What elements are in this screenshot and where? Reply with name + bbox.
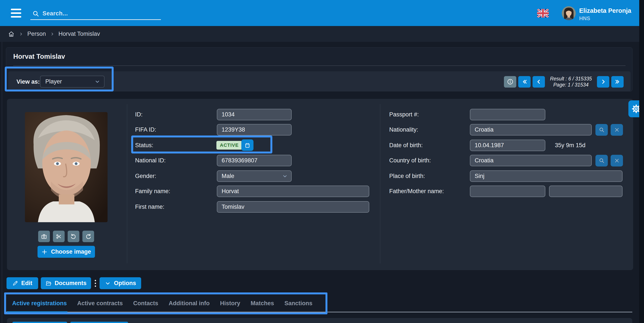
tab-history[interactable]: History bbox=[220, 300, 240, 307]
search-icon bbox=[598, 158, 605, 164]
family-name-field[interactable] bbox=[217, 186, 369, 197]
options-label: Options bbox=[114, 280, 136, 286]
global-search bbox=[30, 8, 161, 20]
scissors-icon bbox=[56, 234, 62, 240]
documents-label: Documents bbox=[55, 280, 86, 286]
status-badge: ACTIVE bbox=[216, 141, 242, 150]
toolbar: View as: Player Result : 6 / 315335 Page… bbox=[8, 71, 630, 92]
search-input[interactable] bbox=[42, 10, 146, 17]
user-avatar[interactable] bbox=[562, 6, 576, 20]
place-of-birth-field[interactable] bbox=[470, 170, 622, 182]
rotate-left-button[interactable] bbox=[68, 231, 79, 242]
tab-additional-info[interactable]: Additional info bbox=[169, 300, 210, 307]
fifa-id-field[interactable] bbox=[217, 124, 292, 136]
photo-toolbar bbox=[38, 231, 94, 242]
search-icon bbox=[598, 126, 605, 133]
nationality-search-button[interactable] bbox=[596, 124, 608, 136]
tab-active-contracts[interactable]: Active contracts bbox=[77, 300, 123, 307]
age-text: 35y 9m 15d bbox=[555, 142, 586, 149]
date-of-birth-label: Date of birth: bbox=[389, 142, 423, 149]
choose-image-label: Choose image bbox=[51, 248, 91, 255]
column-divider bbox=[127, 104, 127, 264]
mother-name-field[interactable] bbox=[549, 186, 622, 197]
fifa-id-label: FIFA ID: bbox=[135, 126, 156, 133]
edit-button[interactable]: Edit bbox=[6, 277, 38, 289]
scrollbar-track[interactable] bbox=[639, 0, 644, 323]
edit-label: Edit bbox=[21, 280, 32, 286]
status-calendar-button[interactable] bbox=[241, 140, 254, 151]
crop-photo-button[interactable] bbox=[53, 231, 64, 242]
id-field[interactable] bbox=[217, 109, 292, 120]
double-chevron-right-icon bbox=[614, 79, 620, 85]
chevron-right-icon bbox=[50, 32, 54, 36]
first-page-button[interactable] bbox=[518, 76, 530, 88]
pager-result-line: Result : 6 / 315335 bbox=[548, 76, 594, 82]
documents-button[interactable]: Documents bbox=[41, 277, 91, 289]
tab-bar-border bbox=[6, 312, 632, 312]
rotate-left-icon bbox=[70, 234, 76, 240]
passport-label: Passport #: bbox=[389, 111, 419, 118]
tab-sanctions[interactable]: Sanctions bbox=[284, 300, 312, 307]
hamburger-menu-icon[interactable] bbox=[11, 9, 21, 18]
take-photo-button[interactable] bbox=[38, 231, 50, 242]
view-as-select[interactable]: Player bbox=[40, 76, 104, 88]
user-block[interactable]: Elizabeta Peronja HNS bbox=[579, 7, 631, 22]
partial-button[interactable] bbox=[70, 322, 128, 323]
country-of-birth-label: Country of birth: bbox=[389, 157, 431, 164]
tab-bar: Active registrations Active contracts Co… bbox=[12, 295, 312, 312]
language-flag-uk-icon[interactable] bbox=[537, 9, 549, 18]
user-name: Elizabeta Peronja bbox=[579, 7, 631, 14]
double-chevron-left-icon bbox=[522, 79, 528, 85]
content-edge-line bbox=[2, 42, 2, 323]
country-clear-button[interactable] bbox=[610, 155, 623, 166]
chevron-down-icon bbox=[282, 174, 288, 179]
breadcrumb-item-current: Horvat Tomislav bbox=[58, 30, 100, 37]
top-navigation-bar: Elizabeta Peronja HNS bbox=[0, 0, 644, 26]
previous-result-button[interactable] bbox=[532, 76, 545, 88]
chevron-left-icon bbox=[536, 79, 542, 85]
column-divider bbox=[380, 104, 380, 264]
home-icon[interactable] bbox=[8, 30, 15, 38]
options-button[interactable]: Options bbox=[100, 277, 141, 289]
gender-value: Male bbox=[222, 173, 234, 180]
tab-matches[interactable]: Matches bbox=[251, 300, 274, 307]
chevron-down-icon bbox=[94, 79, 100, 84]
plus-icon bbox=[42, 249, 48, 255]
tab-contacts[interactable]: Contacts bbox=[133, 300, 158, 307]
chevron-right-icon bbox=[19, 32, 23, 36]
gender-label: Gender: bbox=[135, 173, 156, 180]
chevron-down-icon bbox=[105, 280, 111, 286]
nationality-field[interactable] bbox=[470, 124, 592, 136]
person-header-card: Horvat Tomislav View as: Player Result : bbox=[6, 47, 632, 92]
gender-select[interactable]: Male bbox=[217, 170, 292, 182]
father-name-field[interactable] bbox=[470, 186, 545, 197]
view-as-value: Player bbox=[45, 78, 62, 85]
choose-image-button[interactable]: Choose image bbox=[38, 246, 95, 258]
search-icon bbox=[32, 10, 40, 17]
passport-field[interactable] bbox=[470, 109, 545, 120]
record-pager: Result : 6 / 315335 Page: 1 / 31534 bbox=[504, 76, 624, 88]
first-name-label: First name: bbox=[135, 204, 164, 210]
breadcrumb-item-person[interactable]: Person bbox=[27, 30, 46, 37]
place-of-birth-label: Place of birth: bbox=[389, 173, 425, 180]
next-result-button[interactable] bbox=[597, 76, 609, 88]
info-button[interactable] bbox=[504, 76, 516, 88]
date-of-birth-field[interactable] bbox=[470, 140, 545, 151]
country-of-birth-field[interactable] bbox=[470, 155, 592, 166]
first-name-field[interactable] bbox=[217, 201, 369, 213]
pager-status: Result : 6 / 315335 Page: 1 / 31534 bbox=[548, 76, 594, 88]
close-icon bbox=[614, 158, 620, 164]
nationality-clear-button[interactable] bbox=[610, 124, 623, 136]
rotate-right-icon bbox=[85, 234, 91, 240]
rotate-right-button[interactable] bbox=[82, 231, 94, 242]
user-organization: HNS bbox=[579, 16, 631, 22]
status-label: Status: bbox=[135, 142, 153, 149]
tab-active-registrations[interactable]: Active registrations bbox=[12, 300, 67, 307]
country-search-button[interactable] bbox=[596, 155, 608, 166]
close-icon bbox=[614, 127, 620, 133]
partial-button[interactable] bbox=[12, 322, 67, 323]
national-id-field[interactable] bbox=[217, 155, 292, 166]
national-id-label: National ID: bbox=[135, 157, 166, 164]
last-page-button[interactable] bbox=[611, 76, 624, 88]
calendar-icon bbox=[244, 142, 250, 148]
